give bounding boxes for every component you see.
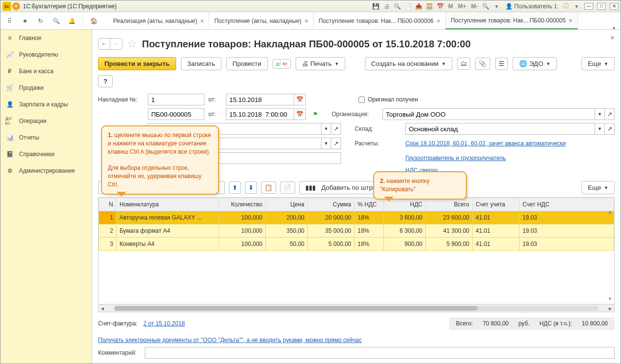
cell-sum[interactable]: 20 000,00 (308, 211, 355, 224)
paste-button[interactable]: 📄 (280, 182, 295, 194)
tab-receipt-list[interactable]: Поступление (акты, накладные)× (209, 12, 314, 29)
sidebar-item-bank[interactable]: ₽Банк и касса (0, 63, 92, 80)
sidebar-item-references[interactable]: 📓Справочники (0, 146, 92, 162)
cell-vat-account[interactable]: 19.03 (520, 211, 614, 224)
table-row[interactable]: 3 Конверты А4 100,000 50,00 5 000,00 18%… (99, 238, 614, 251)
save-icon[interactable]: 💾 (372, 2, 380, 10)
dropdown-icon[interactable]: ▾ (493, 2, 501, 10)
cell-qty[interactable]: 100,000 (219, 238, 266, 251)
cell-vat-pct[interactable]: 18% (355, 211, 384, 224)
sidebar-item-sales[interactable]: 🛒Продажи (0, 80, 92, 96)
col-n[interactable]: N (99, 198, 117, 211)
flag-icon[interactable]: ⚑ (313, 111, 318, 118)
table-more-button[interactable]: Еще▼ (581, 181, 615, 194)
back-button[interactable]: ← (99, 39, 110, 49)
list-button[interactable]: ☰ (495, 58, 508, 70)
cell-n[interactable]: 3 (99, 238, 117, 251)
table-row[interactable]: 2 Бумага формат А4 100,000 350,00 35 000… (99, 224, 614, 238)
memory-m-minus[interactable]: M- (470, 3, 479, 10)
col-vat-account[interactable]: Счет НДС (520, 198, 614, 211)
move-down-button[interactable]: ⬇ (245, 182, 257, 194)
edo-button[interactable]: 🌐ЭДО▼ (513, 57, 557, 70)
cell-vat-account[interactable]: 19.03 (520, 224, 614, 238)
move-up-button[interactable]: ⬆ (229, 182, 241, 194)
cell-account[interactable]: 41.01 (473, 211, 520, 224)
cell-account[interactable]: 41.01 (473, 238, 520, 251)
bell-icon[interactable]: 🔔 (67, 16, 77, 26)
open-icon[interactable]: ↗ (331, 138, 341, 149)
original-received-checkbox[interactable] (359, 97, 365, 103)
comment-input[interactable] (145, 347, 615, 359)
scroll-right-icon[interactable]: ▸ (606, 305, 614, 312)
calc-link[interactable]: Срок 18.10.2018, 60.01, 60.02, зачет ава… (405, 140, 566, 147)
cell-account[interactable]: 41.01 (473, 224, 520, 238)
create-based-button[interactable]: Создать на основании▼ (365, 57, 452, 70)
memory-m-plus[interactable]: M+ (457, 3, 467, 10)
calendar-icon[interactable]: 📅 (437, 2, 444, 10)
scroll-thumb[interactable] (114, 306, 478, 311)
zoom-icon[interactable]: 🔍 (482, 2, 490, 10)
edoc-link[interactable]: Получать электронные документы от "ООО "… (98, 337, 362, 344)
scroll-left-icon[interactable]: ◂ (99, 305, 106, 312)
cell-vat-account[interactable]: 19.03 (520, 238, 614, 251)
cell-nomenclature[interactable]: Конверты А4 (117, 238, 219, 251)
shipper-link[interactable]: Грузоотправитель и грузополучатель (405, 155, 506, 162)
user-label[interactable]: 👤 Пользователь 1 (505, 3, 557, 10)
sidebar-item-main[interactable]: ≡Главное (0, 30, 92, 46)
doc-datetime-input[interactable] (226, 108, 294, 120)
dtkt-button[interactable]: ДтКт (273, 59, 291, 69)
minimize-button[interactable]: — (584, 3, 593, 10)
favorite-star-icon[interactable]: ☆ (127, 38, 137, 50)
maximize-button[interactable]: □ (597, 3, 606, 10)
scroll-down-icon[interactable]: ▾ (606, 295, 613, 302)
chevron-down-icon[interactable]: ▼ (595, 123, 605, 135)
structure-button[interactable]: 🗂 (457, 58, 470, 70)
favorite-icon[interactable]: ★ (20, 16, 30, 26)
history-icon[interactable]: ↻ (36, 16, 45, 26)
cell-n[interactable]: 2 (99, 224, 117, 238)
col-qty[interactable]: Количество (219, 198, 266, 211)
more-button[interactable]: Еще▼ (581, 57, 615, 70)
cell-price[interactable]: 50,00 (266, 238, 308, 251)
cell-total[interactable]: 41 300,00 (426, 224, 473, 238)
close-icon[interactable]: × (200, 17, 204, 25)
cell-n[interactable]: 1 (99, 211, 117, 224)
close-icon[interactable]: × (304, 17, 308, 25)
tab-receipt-6[interactable]: Поступление товаров: Нак... ПБ00-000006× (314, 12, 446, 29)
cell-vat[interactable]: 3 600,00 (384, 211, 426, 224)
col-sum[interactable]: Сумма (308, 198, 355, 211)
chevron-down-icon[interactable]: ▼ (595, 108, 605, 120)
chevron-down-icon[interactable]: ▼ (321, 123, 331, 135)
chevron-down-icon[interactable]: ▼ (321, 138, 331, 149)
print-button[interactable]: 🖨Печать▼ (296, 57, 345, 70)
col-nomenclature[interactable]: Номенклатура (117, 198, 219, 211)
info-icon[interactable]: ⓘ (562, 2, 570, 10)
sidebar-item-operations[interactable]: Дт/КтОперации (0, 113, 92, 129)
commit-button[interactable]: Провести (226, 57, 268, 70)
help-button[interactable]: ? (98, 75, 113, 87)
cell-qty[interactable]: 100,000 (219, 211, 266, 224)
scroll-up-icon[interactable]: ▴ (606, 208, 613, 215)
cell-qty[interactable]: 100,000 (219, 224, 266, 238)
invoice-no-input[interactable] (148, 94, 204, 105)
warehouse-input[interactable] (405, 123, 595, 135)
cell-vat[interactable]: 6 300,00 (384, 224, 426, 238)
search-toolbar-icon[interactable]: 🔍 (51, 16, 61, 26)
dropdown2-icon[interactable]: ▾ (573, 2, 581, 10)
invoice-date-input[interactable] (226, 94, 294, 105)
home-icon[interactable]: 🏠 (89, 16, 99, 26)
scroll-track[interactable] (114, 306, 599, 311)
close-button[interactable]: ✕ (610, 3, 619, 10)
open-icon[interactable]: ↗ (605, 108, 615, 120)
sidebar-item-admin[interactable]: ⚙Администрирование (0, 162, 92, 179)
col-vat-pct[interactable]: % НДС (355, 198, 384, 211)
cell-price[interactable]: 350,00 (266, 224, 308, 238)
attach-button[interactable]: 📎 (475, 58, 490, 70)
sf-link[interactable]: 2 от 15.10.2018 (143, 320, 185, 327)
tab-realization[interactable]: Реализация (акты, накладные)× (108, 12, 209, 29)
cell-sum[interactable]: 5 000,00 (308, 238, 355, 251)
apps-icon[interactable]: ⠿ (4, 16, 14, 26)
cell-nomenclature[interactable]: Бумага формат А4 (117, 224, 219, 238)
cell-sum[interactable]: 35 000,00 (308, 224, 355, 238)
memory-m[interactable]: M (447, 3, 454, 10)
